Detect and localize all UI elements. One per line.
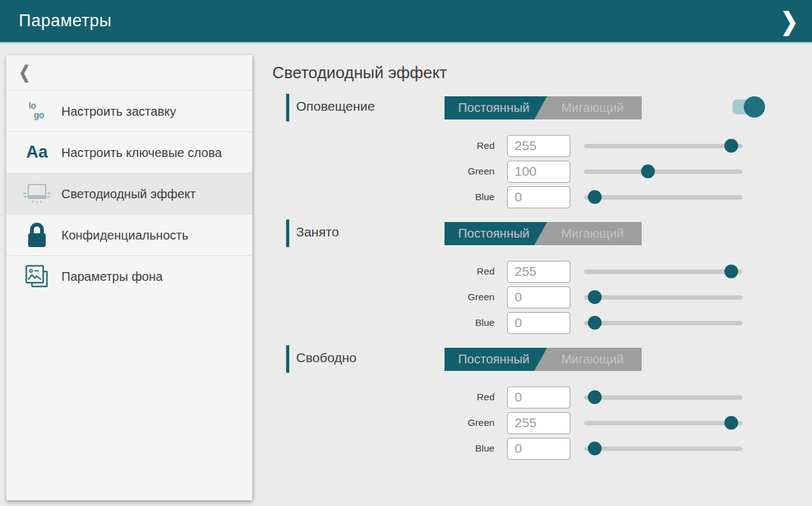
enable-toggle[interactable] xyxy=(732,93,766,120)
slider-knob[interactable] xyxy=(588,190,602,204)
sidebar-item-screensaver[interactable]: lo go Настроить заставку xyxy=(6,91,252,132)
slider-track xyxy=(584,295,743,300)
sidebar-item-label: Настроить ключевые слова xyxy=(61,144,222,161)
channel-value-input-red[interactable] xyxy=(507,387,570,408)
app-header: Параметры ❯ xyxy=(0,0,812,43)
sidebar-collapse-button[interactable]: ❮ xyxy=(6,55,252,91)
section-label: Занято xyxy=(296,218,339,246)
channel-label: Blue xyxy=(286,443,495,454)
sidebar-item-privacy[interactable]: Конфиденциальность xyxy=(6,215,252,256)
channel-slider[interactable] xyxy=(584,436,743,461)
slider-knob[interactable] xyxy=(724,265,738,278)
mode-option-blinking[interactable]: Мигающий xyxy=(543,96,642,119)
channel-value-input-red[interactable] xyxy=(507,261,570,283)
sections: Оповещение Постоянный Мигающий Red xyxy=(286,93,762,470)
section-label: Оповещение xyxy=(296,93,375,120)
slider-knob[interactable] xyxy=(588,442,602,455)
channel-label: Red xyxy=(286,392,495,403)
channel-label: Blue xyxy=(286,317,495,328)
background-images-icon xyxy=(24,263,50,290)
sidebar: ❮ lo go Настроить заставку Aa Настроить … xyxy=(6,55,252,500)
slider-knob[interactable] xyxy=(588,390,602,404)
channel-slider[interactable] xyxy=(584,159,743,184)
channel-value-input-blue[interactable] xyxy=(507,186,570,208)
mode-option-constant[interactable]: Постоянный xyxy=(445,348,543,371)
channel-slider[interactable] xyxy=(584,410,743,435)
section-free: Свободно Постоянный Мигающий Red Green xyxy=(286,344,762,470)
channel-value-input-blue[interactable] xyxy=(507,312,570,334)
channel-value-input-blue[interactable] xyxy=(507,438,570,460)
slider-track xyxy=(584,195,743,200)
mode-option-blinking[interactable]: Мигающий xyxy=(543,348,642,371)
channel-slider[interactable] xyxy=(584,310,743,335)
slider-track xyxy=(584,321,743,325)
chevron-right-icon[interactable]: ❯ xyxy=(781,7,799,36)
content-title: Светодиодный эффект xyxy=(272,63,812,83)
slider-knob[interactable] xyxy=(588,290,602,304)
channel-slider[interactable] xyxy=(584,133,743,158)
channel-slider[interactable] xyxy=(584,285,743,310)
channel-row-blue: Blue xyxy=(286,185,762,210)
channel-label: Red xyxy=(286,140,495,151)
section-busy: Занято Постоянный Мигающий Red Green xyxy=(286,218,762,344)
slider-knob[interactable] xyxy=(588,316,602,330)
mode-option-blinking[interactable]: Мигающий xyxy=(543,222,642,245)
page-title: Параметры xyxy=(19,11,111,31)
channel-row-blue: Blue xyxy=(286,436,762,461)
channel-row-red: Red xyxy=(286,385,762,410)
chevron-left-icon: ❮ xyxy=(19,63,30,83)
slider-knob[interactable] xyxy=(724,139,738,153)
slider-track xyxy=(584,395,743,400)
slider-track xyxy=(584,447,743,451)
toggle-knob xyxy=(744,96,765,118)
sidebar-item-led-effect[interactable]: Светодиодный эффект xyxy=(6,173,252,215)
slider-track xyxy=(584,421,743,425)
channel-row-blue: Blue xyxy=(286,310,762,335)
channel-slider[interactable] xyxy=(584,385,743,410)
section-label: Свободно xyxy=(296,344,357,372)
channel-row-green: Green xyxy=(286,285,762,310)
main-content: Светодиодный эффект Оповещение Постоянны… xyxy=(272,43,812,506)
sidebar-item-label: Параметры фона xyxy=(61,268,163,285)
mode-segmented-control: Постоянный Мигающий xyxy=(445,348,642,371)
mode-option-constant[interactable]: Постоянный xyxy=(445,96,543,119)
aa-icon: Aa xyxy=(26,143,48,162)
sidebar-item-label: Конфиденциальность xyxy=(61,227,188,243)
channel-label: Green xyxy=(286,291,495,303)
channel-label: Blue xyxy=(286,191,495,203)
sidebar-item-label: Настроить заставку xyxy=(61,103,176,119)
sidebar-item-label: Светодиодный эффект xyxy=(61,186,196,202)
slider-track xyxy=(584,170,743,174)
channel-value-input-red[interactable] xyxy=(507,135,570,157)
channel-label: Green xyxy=(286,417,495,428)
section-accent-bar xyxy=(286,220,289,247)
channel-row-red: Red xyxy=(286,133,762,158)
channel-row-red: Red xyxy=(286,259,762,284)
mode-option-constant[interactable]: Постоянный xyxy=(445,222,543,245)
mode-segmented-control: Постоянный Мигающий xyxy=(445,222,642,245)
slider-track xyxy=(584,144,743,148)
section-notification: Оповещение Постоянный Мигающий Red xyxy=(286,93,762,218)
channel-value-input-green[interactable] xyxy=(507,286,570,308)
lock-icon xyxy=(26,221,48,249)
channel-row-green: Green xyxy=(286,410,762,435)
section-accent-bar xyxy=(286,94,289,121)
sidebar-item-keywords[interactable]: Aa Настроить ключевые слова xyxy=(6,132,252,173)
led-monitor-icon xyxy=(22,182,52,206)
channel-value-input-green[interactable] xyxy=(507,412,570,434)
slider-knob[interactable] xyxy=(641,164,655,178)
channel-label: Green xyxy=(286,166,495,177)
channel-row-green: Green xyxy=(286,159,762,184)
sidebar-item-background[interactable]: Параметры фона xyxy=(6,256,252,297)
channel-label: Red xyxy=(286,266,495,277)
section-accent-bar xyxy=(286,345,289,373)
channel-value-input-green[interactable] xyxy=(507,161,570,183)
logo-icon: lo go xyxy=(24,99,49,123)
channel-slider[interactable] xyxy=(584,185,743,210)
slider-knob[interactable] xyxy=(724,416,738,430)
mode-segmented-control: Постоянный Мигающий xyxy=(445,96,642,119)
channel-slider[interactable] xyxy=(584,259,743,284)
slider-track xyxy=(584,270,743,274)
